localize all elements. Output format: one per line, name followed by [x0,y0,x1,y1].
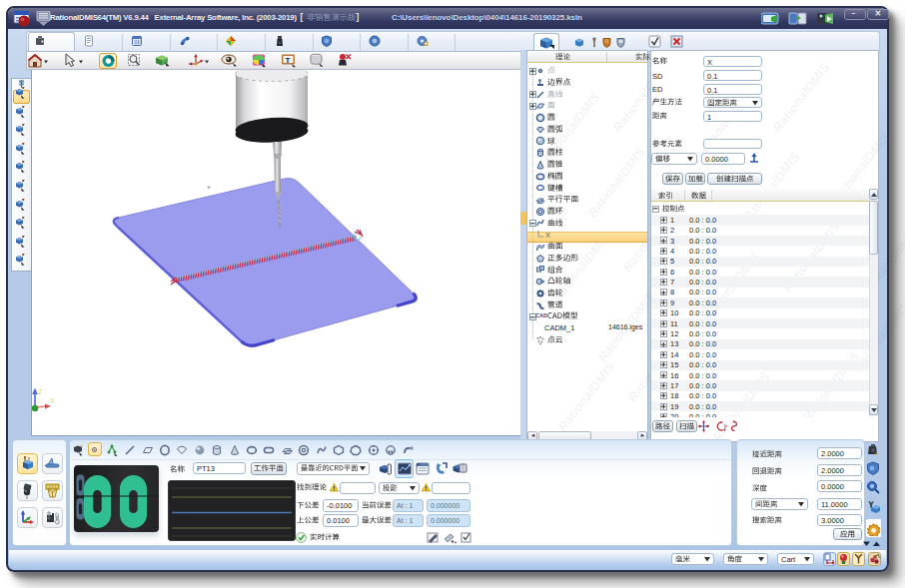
svg-text:Z: Z [38,388,43,395]
svg-text:X: X [50,397,55,404]
svg-text:T: T [286,56,291,65]
